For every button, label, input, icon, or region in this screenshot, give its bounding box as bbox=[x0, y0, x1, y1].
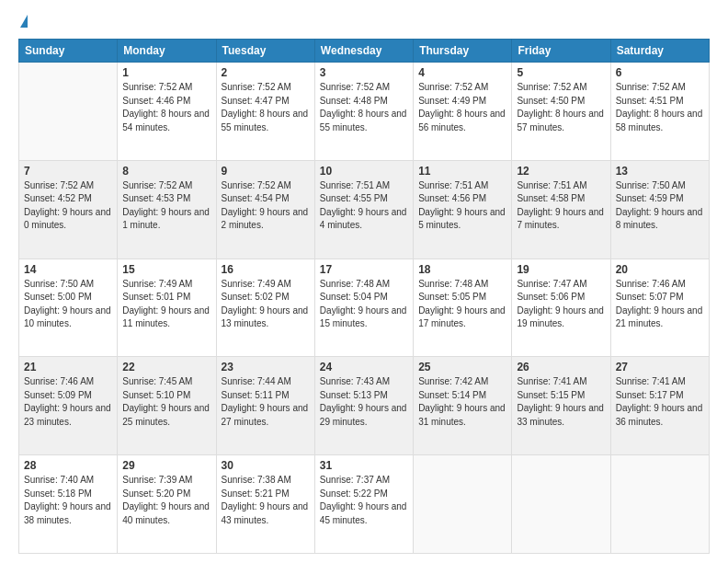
day-number: 12 bbox=[517, 165, 605, 178]
day-info: Sunrise: 7:52 AMSunset: 4:47 PMDaylight:… bbox=[222, 81, 310, 134]
day-info: Sunrise: 7:51 AMSunset: 4:56 PMDaylight:… bbox=[418, 179, 506, 233]
day-info: Sunrise: 7:39 AMSunset: 5:20 PMDaylight:… bbox=[122, 474, 210, 527]
calendar-cell: 26Sunrise: 7:41 AMSunset: 5:15 PMDayligh… bbox=[512, 357, 610, 455]
day-number: 1 bbox=[122, 66, 210, 79]
day-info: Sunrise: 7:52 AMSunset: 4:48 PMDaylight:… bbox=[320, 81, 408, 134]
calendar-week-row: 14Sunrise: 7:50 AMSunset: 5:00 PMDayligh… bbox=[19, 259, 710, 357]
day-number: 11 bbox=[418, 165, 506, 178]
day-number: 8 bbox=[122, 165, 210, 178]
calendar-cell: 4Sunrise: 7:52 AMSunset: 4:49 PMDaylight… bbox=[414, 63, 512, 161]
day-number: 16 bbox=[222, 263, 310, 276]
calendar-week-row: 1Sunrise: 7:52 AMSunset: 4:46 PMDaylight… bbox=[19, 63, 710, 161]
day-info: Sunrise: 7:49 AMSunset: 5:01 PMDaylight:… bbox=[122, 278, 210, 331]
col-wednesday: Wednesday bbox=[314, 40, 413, 63]
calendar-cell: 8Sunrise: 7:52 AMSunset: 4:53 PMDaylight… bbox=[118, 160, 216, 259]
day-info: Sunrise: 7:52 AMSunset: 4:46 PMDaylight:… bbox=[122, 81, 210, 134]
calendar-cell: 20Sunrise: 7:46 AMSunset: 5:07 PMDayligh… bbox=[610, 259, 709, 357]
calendar-week-row: 28Sunrise: 7:40 AMSunset: 5:18 PMDayligh… bbox=[19, 455, 710, 554]
day-info: Sunrise: 7:51 AMSunset: 4:58 PMDaylight:… bbox=[517, 179, 605, 233]
day-info: Sunrise: 7:40 AMSunset: 5:18 PMDaylight:… bbox=[24, 474, 112, 527]
calendar-cell: 19Sunrise: 7:47 AMSunset: 5:06 PMDayligh… bbox=[512, 259, 610, 357]
day-number: 14 bbox=[24, 263, 112, 276]
day-number: 31 bbox=[320, 459, 408, 472]
calendar-cell bbox=[19, 63, 118, 161]
col-saturday: Saturday bbox=[610, 40, 709, 63]
calendar-cell: 3Sunrise: 7:52 AMSunset: 4:48 PMDaylight… bbox=[314, 63, 413, 161]
day-number: 18 bbox=[418, 263, 506, 276]
day-info: Sunrise: 7:41 AMSunset: 5:15 PMDaylight:… bbox=[517, 375, 605, 429]
day-info: Sunrise: 7:52 AMSunset: 4:51 PMDaylight:… bbox=[616, 81, 704, 134]
day-number: 30 bbox=[222, 459, 310, 472]
day-info: Sunrise: 7:45 AMSunset: 5:10 PMDaylight:… bbox=[122, 375, 210, 429]
day-number: 19 bbox=[517, 263, 605, 276]
day-number: 29 bbox=[122, 459, 210, 472]
calendar-cell: 5Sunrise: 7:52 AMSunset: 4:50 PMDaylight… bbox=[512, 63, 610, 161]
day-number: 17 bbox=[320, 263, 408, 276]
calendar-cell bbox=[610, 455, 709, 554]
calendar-cell: 13Sunrise: 7:50 AMSunset: 4:59 PMDayligh… bbox=[610, 160, 709, 259]
day-number: 10 bbox=[320, 165, 408, 178]
calendar-cell: 22Sunrise: 7:45 AMSunset: 5:10 PMDayligh… bbox=[118, 357, 216, 455]
calendar-header-row: Sunday Monday Tuesday Wednesday Thursday… bbox=[19, 40, 710, 63]
day-info: Sunrise: 7:52 AMSunset: 4:52 PMDaylight:… bbox=[24, 179, 112, 233]
calendar-cell: 23Sunrise: 7:44 AMSunset: 5:11 PMDayligh… bbox=[216, 357, 314, 455]
calendar-cell: 21Sunrise: 7:46 AMSunset: 5:09 PMDayligh… bbox=[19, 357, 118, 455]
calendar-cell: 15Sunrise: 7:49 AMSunset: 5:01 PMDayligh… bbox=[118, 259, 216, 357]
day-number: 27 bbox=[616, 361, 704, 373]
day-number: 2 bbox=[222, 66, 310, 79]
day-number: 15 bbox=[122, 263, 210, 276]
day-number: 20 bbox=[616, 263, 704, 276]
day-info: Sunrise: 7:41 AMSunset: 5:17 PMDaylight:… bbox=[616, 375, 704, 429]
calendar-cell: 9Sunrise: 7:52 AMSunset: 4:54 PMDaylight… bbox=[216, 160, 314, 259]
col-thursday: Thursday bbox=[414, 40, 512, 63]
calendar-table: Sunday Monday Tuesday Wednesday Thursday… bbox=[18, 39, 710, 554]
calendar-cell: 25Sunrise: 7:42 AMSunset: 5:14 PMDayligh… bbox=[414, 357, 512, 455]
day-number: 28 bbox=[24, 459, 112, 472]
day-info: Sunrise: 7:44 AMSunset: 5:11 PMDaylight:… bbox=[222, 375, 310, 429]
logo bbox=[18, 15, 28, 29]
day-number: 13 bbox=[616, 165, 704, 178]
day-info: Sunrise: 7:48 AMSunset: 5:05 PMDaylight:… bbox=[418, 278, 506, 331]
day-info: Sunrise: 7:38 AMSunset: 5:21 PMDaylight:… bbox=[222, 474, 310, 527]
calendar-cell: 11Sunrise: 7:51 AMSunset: 4:56 PMDayligh… bbox=[414, 160, 512, 259]
calendar-cell: 12Sunrise: 7:51 AMSunset: 4:58 PMDayligh… bbox=[512, 160, 610, 259]
calendar-cell: 31Sunrise: 7:37 AMSunset: 5:22 PMDayligh… bbox=[314, 455, 413, 554]
calendar-cell: 24Sunrise: 7:43 AMSunset: 5:13 PMDayligh… bbox=[314, 357, 413, 455]
day-info: Sunrise: 7:46 AMSunset: 5:07 PMDaylight:… bbox=[616, 278, 704, 331]
calendar-cell: 18Sunrise: 7:48 AMSunset: 5:05 PMDayligh… bbox=[414, 259, 512, 357]
day-number: 3 bbox=[320, 66, 408, 79]
calendar-cell: 29Sunrise: 7:39 AMSunset: 5:20 PMDayligh… bbox=[118, 455, 216, 554]
day-info: Sunrise: 7:51 AMSunset: 4:55 PMDaylight:… bbox=[320, 179, 408, 233]
calendar-cell: 27Sunrise: 7:41 AMSunset: 5:17 PMDayligh… bbox=[610, 357, 709, 455]
day-number: 24 bbox=[320, 361, 408, 373]
col-sunday: Sunday bbox=[19, 40, 118, 63]
day-number: 5 bbox=[517, 66, 605, 79]
calendar-cell: 14Sunrise: 7:50 AMSunset: 5:00 PMDayligh… bbox=[19, 259, 118, 357]
day-info: Sunrise: 7:50 AMSunset: 4:59 PMDaylight:… bbox=[616, 179, 704, 233]
calendar-cell: 10Sunrise: 7:51 AMSunset: 4:55 PMDayligh… bbox=[314, 160, 413, 259]
day-number: 6 bbox=[616, 66, 704, 79]
day-info: Sunrise: 7:46 AMSunset: 5:09 PMDaylight:… bbox=[24, 375, 112, 429]
day-number: 9 bbox=[222, 165, 310, 178]
day-info: Sunrise: 7:52 AMSunset: 4:49 PMDaylight:… bbox=[418, 81, 506, 134]
calendar-cell: 1Sunrise: 7:52 AMSunset: 4:46 PMDaylight… bbox=[118, 63, 216, 161]
calendar-week-row: 21Sunrise: 7:46 AMSunset: 5:09 PMDayligh… bbox=[19, 357, 710, 455]
calendar-page: Sunday Monday Tuesday Wednesday Thursday… bbox=[0, 0, 728, 563]
day-number: 26 bbox=[517, 361, 605, 373]
day-info: Sunrise: 7:48 AMSunset: 5:04 PMDaylight:… bbox=[320, 278, 408, 331]
calendar-cell: 2Sunrise: 7:52 AMSunset: 4:47 PMDaylight… bbox=[216, 63, 314, 161]
col-tuesday: Tuesday bbox=[216, 40, 314, 63]
day-number: 25 bbox=[418, 361, 506, 373]
day-number: 4 bbox=[418, 66, 506, 79]
calendar-cell: 16Sunrise: 7:49 AMSunset: 5:02 PMDayligh… bbox=[216, 259, 314, 357]
col-friday: Friday bbox=[512, 40, 610, 63]
calendar-cell: 28Sunrise: 7:40 AMSunset: 5:18 PMDayligh… bbox=[19, 455, 118, 554]
calendar-cell bbox=[414, 455, 512, 554]
day-info: Sunrise: 7:52 AMSunset: 4:53 PMDaylight:… bbox=[122, 179, 210, 233]
calendar-cell: 30Sunrise: 7:38 AMSunset: 5:21 PMDayligh… bbox=[216, 455, 314, 554]
day-info: Sunrise: 7:37 AMSunset: 5:22 PMDaylight:… bbox=[320, 474, 408, 527]
calendar-week-row: 7Sunrise: 7:52 AMSunset: 4:52 PMDaylight… bbox=[19, 160, 710, 259]
day-info: Sunrise: 7:43 AMSunset: 5:13 PMDaylight:… bbox=[320, 375, 408, 429]
logo-triangle-icon bbox=[20, 15, 28, 28]
day-info: Sunrise: 7:49 AMSunset: 5:02 PMDaylight:… bbox=[222, 278, 310, 331]
